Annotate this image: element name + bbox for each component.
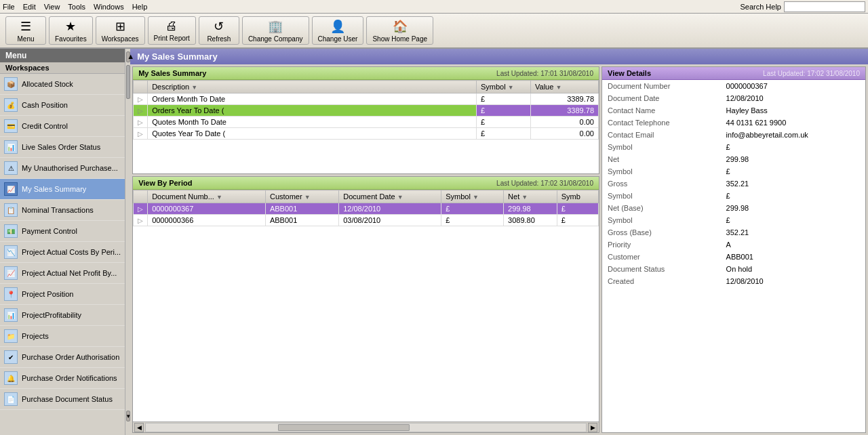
sidebar-item-nominal[interactable]: 📋 Nominal Transactions: [0, 200, 125, 221]
table-row[interactable]: ▷ 0000000367 ABB001 12/08/2010 £ 299.98 …: [134, 203, 599, 215]
print-button[interactable]: 🖨 Print Report: [148, 16, 196, 45]
view-by-period-table-container[interactable]: Document Numb... ▼ Customer ▼ Document D…: [133, 190, 599, 421]
scroll-thumb[interactable]: [278, 424, 410, 431]
sidebar-item-allocated-stock[interactable]: 📦 Allocated Stock: [0, 74, 125, 95]
sidebar-scroll[interactable]: 📦 Allocated Stock 💰 Cash Position 💳 Cred…: [0, 74, 125, 435]
detail-label-symbol2: Symbol: [602, 165, 721, 178]
change-user-button[interactable]: 👤 Change User: [312, 16, 364, 45]
table-row[interactable]: ▷ Orders Month To Date £ 3389.78: [134, 94, 599, 105]
col-net[interactable]: Net ▼: [504, 190, 557, 203]
live-sales-icon: 📊: [4, 140, 18, 154]
po-doc-status-icon: 📄: [4, 392, 18, 406]
sidebar-item-projects[interactable]: 📁 Projects: [0, 326, 125, 347]
sidebar-item-po-auth[interactable]: ✔ Purchase Order Authorisation: [0, 347, 125, 368]
view-by-period-header: View By Period Last Updated: 17:02 31/08…: [133, 177, 599, 190]
detail-label-customer: Customer: [602, 251, 721, 263]
user-icon: 👤: [330, 19, 345, 34]
favourites-button[interactable]: ★ Favourites: [49, 16, 93, 45]
menu-file[interactable]: File: [3, 3, 15, 11]
col-description[interactable]: Description ▼: [148, 81, 477, 94]
sidebar-scroll-down-arrow[interactable]: ▼: [126, 411, 130, 421]
sidebar-item-my-sales[interactable]: 📈 My Sales Summary: [0, 179, 125, 200]
main-layout: Menu Workspaces 📦 Allocated Stock 💰 Cash…: [0, 49, 868, 435]
detail-value-net: 299.98: [721, 153, 865, 165]
table-row[interactable]: ▷ 0000000366 ABB001 03/08/2010 £ 3089.80…: [134, 215, 599, 226]
detail-value-symbol2: £: [721, 165, 865, 178]
detail-scroll[interactable]: Document Number 0000000367 Document Date…: [602, 80, 865, 432]
sidebar-item-unauthorised[interactable]: ⚠ My Unauthorised Purchase...: [0, 158, 125, 179]
menu-icon: ☰: [20, 19, 31, 34]
detail-label-symbol4: Symbol: [602, 214, 721, 226]
sidebar-item-cash-position[interactable]: 💰 Cash Position: [0, 95, 125, 116]
detail-label-net-base: Net (Base): [602, 202, 721, 214]
menu-windows[interactable]: Windows: [94, 3, 124, 11]
content-panels: My Sales Summary Last Updated: 17:01 31/…: [130, 64, 868, 435]
sidebar-item-credit-control[interactable]: 💳 Credit Control: [0, 116, 125, 137]
sidebar-item-proj-profit[interactable]: 📈 Project Actual Net Profit By...: [0, 263, 125, 284]
search-input[interactable]: [784, 1, 865, 12]
sidebar-item-proj-costs[interactable]: 📉 Project Actual Costs By Peri...: [0, 242, 125, 263]
detail-label-priority: Priority: [602, 239, 721, 251]
page-title: My Sales Summary: [130, 49, 868, 64]
detail-label-gross: Gross: [602, 178, 721, 190]
sidebar-item-proj-profitability[interactable]: 📊 ProjectProfitability: [0, 305, 125, 326]
sidebar-item-live-sales[interactable]: 📊 Live Sales Order Status: [0, 137, 125, 158]
sidebar-scrollbar[interactable]: ▲ ▼: [125, 49, 130, 435]
col-symbol[interactable]: Symbol ▼: [477, 81, 531, 94]
detail-label-created: Created: [602, 275, 721, 287]
detail-value-gross-base: 352.21: [721, 226, 865, 239]
col-value[interactable]: Value ▼: [531, 81, 599, 94]
detail-row-symbol1: Symbol £: [602, 141, 865, 153]
sidebar-workspaces-title: Workspaces: [0, 62, 125, 74]
view-by-period-panel: View By Period Last Updated: 17:02 31/08…: [132, 176, 599, 433]
sidebar-item-payment[interactable]: 💵 Payment Control: [0, 221, 125, 242]
menu-help[interactable]: Help: [132, 3, 148, 11]
sales-summary-header: My Sales Summary Last Updated: 17:01 31/…: [133, 67, 599, 80]
allocated-stock-icon: 📦: [4, 77, 18, 91]
scroll-track[interactable]: [145, 423, 587, 432]
horizontal-scrollbar[interactable]: ◀ ▶: [133, 421, 599, 432]
detail-value-contact-name: Hayley Bass: [721, 104, 865, 117]
sales-summary-table: Description ▼ Symbol ▼ Value ▼ ▷ Orders …: [133, 80, 599, 140]
menu-tools[interactable]: Tools: [68, 3, 85, 11]
sidebar-scroll-up-arrow[interactable]: ▲: [126, 51, 130, 62]
workspaces-button[interactable]: ⊞ Workspaces: [96, 16, 145, 45]
workspaces-label: Workspaces: [102, 35, 139, 43]
detail-row-symbol2: Symbol £: [602, 165, 865, 178]
sidebar-item-po-doc-status[interactable]: 📄 Purchase Document Status: [0, 389, 125, 410]
view-details-title: View Details: [608, 69, 651, 77]
menu-edit[interactable]: Edit: [23, 3, 36, 11]
refresh-icon: ↺: [214, 19, 224, 34]
menu-button[interactable]: ☰ Menu: [5, 16, 46, 45]
scroll-right-btn[interactable]: ▶: [588, 423, 597, 432]
home-icon: 🏠: [393, 19, 408, 34]
col-symbol2[interactable]: Symbol ▼: [441, 190, 504, 203]
table-row[interactable]: ▷ Orders Year To Date ( £ 3389.78: [134, 105, 599, 117]
detail-row-priority: Priority A: [602, 239, 865, 251]
sidebar-menu-header[interactable]: Menu: [0, 49, 125, 62]
home-button[interactable]: 🏠 Show Home Page: [366, 16, 433, 45]
table-row[interactable]: ▷ Quotes Month To Date £ 0.00: [134, 117, 599, 128]
col-symb[interactable]: Symb: [557, 190, 598, 203]
view-details-header: View Details Last Updated: 17:02 31/08/2…: [602, 67, 865, 80]
sidebar-item-po-notifications[interactable]: 🔔 Purchase Order Notifications: [0, 368, 125, 389]
menu-label: Menu: [17, 35, 34, 43]
detail-row-created: Created 12/08/2010: [602, 275, 865, 287]
col-customer[interactable]: Customer ▼: [265, 190, 338, 203]
menu-view[interactable]: View: [44, 3, 60, 11]
col-doc-num[interactable]: Document Numb... ▼: [148, 190, 266, 203]
detail-value-symbol3: £: [721, 190, 865, 202]
refresh-button[interactable]: ↺ Refresh: [199, 16, 239, 45]
sidebar-scroll-thumb[interactable]: [126, 65, 130, 99]
detail-row-contact-name: Contact Name Hayley Bass: [602, 104, 865, 117]
change-company-button[interactable]: 🏢 Change Company: [242, 16, 309, 45]
detail-value-doc-number: 0000000367: [721, 80, 865, 92]
sidebar-item-proj-position[interactable]: 📍 Project Position: [0, 284, 125, 305]
table-row[interactable]: ▷ Quotes Year To Date ( £ 0.00: [134, 128, 599, 140]
detail-label-symbol3: Symbol: [602, 190, 721, 202]
col-doc-date[interactable]: Document Date ▼: [339, 190, 441, 203]
detail-value-contact-tel: 44 0131 621 9900: [721, 117, 865, 129]
proj-costs-icon: 📉: [4, 245, 18, 259]
scroll-left-btn[interactable]: ◀: [134, 423, 144, 432]
detail-value-priority: A: [721, 239, 865, 251]
